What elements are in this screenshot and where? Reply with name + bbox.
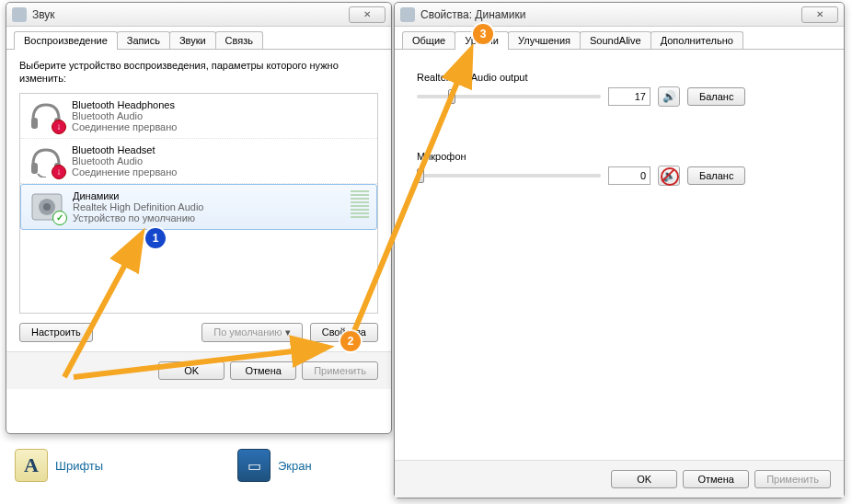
ok-button[interactable]: OK [611, 470, 677, 488]
sound-pane: Выберите устройство воспроизведения, пар… [6, 50, 391, 351]
desktop-item-screen[interactable]: Экран [237, 449, 312, 482]
properties-title: Свойства: Динамики [420, 8, 801, 21]
device-desc: Bluetooth Audio [72, 110, 370, 121]
device-status: Соединение прервано [72, 121, 370, 132]
device-item[interactable]: Bluetooth Headphones Bluetooth Audio Сое… [20, 94, 377, 139]
properties-window: Свойства: Динамики Общие Уровни Улучшени… [394, 2, 845, 498]
volume-value: 17 [608, 87, 651, 106]
headset-icon [28, 144, 64, 178]
levels-pane: Realtek HD Audio output 17 Баланс Микроф… [395, 50, 844, 252]
tab-general[interactable]: Общие [402, 31, 455, 49]
tab-advanced[interactable]: Дополнительно [651, 31, 743, 49]
tab-enhancements[interactable]: Улучшения [508, 31, 581, 49]
tab-communications[interactable]: Связь [215, 31, 263, 49]
sound-tabs: Воспроизведение Запись Звуки Связь [6, 27, 391, 50]
device-item-selected[interactable]: Динамики Realtek High Definition Audio У… [20, 184, 377, 230]
svg-point-6 [43, 203, 51, 211]
close-icon[interactable] [349, 6, 386, 23]
level-group-output: Realtek HD Audio output 17 Баланс [417, 72, 822, 107]
close-icon[interactable] [801, 6, 838, 23]
status-error-icon [52, 120, 66, 134]
slider-thumb[interactable] [417, 168, 424, 183]
device-name: Bluetooth Headphones [72, 99, 370, 110]
status-error-icon [52, 165, 66, 179]
properties-title-icon [400, 7, 415, 22]
tab-playback[interactable]: Воспроизведение [14, 31, 118, 49]
ok-button[interactable]: OK [158, 361, 225, 380]
properties-titlebar[interactable]: Свойства: Динамики [395, 3, 844, 27]
tab-sounds[interactable]: Звуки [169, 31, 216, 49]
device-name: Динамики [73, 190, 351, 201]
device-desc: Realtek High Definition Audio [73, 201, 351, 212]
sound-dialog-buttons: OK Отмена Применить [6, 351, 391, 389]
mute-button-muted[interactable] [658, 166, 680, 186]
configure-button[interactable]: Настроить [19, 323, 93, 342]
sound-titlebar[interactable]: Звук [6, 3, 391, 27]
level-meter [351, 190, 369, 218]
properties-dialog-buttons: OK Отмена Применить [395, 460, 844, 498]
volume-slider[interactable] [417, 95, 601, 98]
device-status: Соединение прервано [72, 166, 370, 178]
device-name: Bluetooth Headset [72, 144, 370, 155]
screen-icon [237, 449, 271, 482]
volume-value: 0 [608, 166, 651, 185]
sound-window: Звук Воспроизведение Запись Звуки Связь … [6, 2, 392, 434]
svg-rect-0 [31, 118, 38, 129]
cancel-button[interactable]: Отмена [230, 361, 296, 380]
apply-button[interactable]: Применить [754, 470, 831, 488]
fonts-icon [15, 449, 48, 482]
headphones-icon [28, 99, 64, 132]
status-ok-icon [52, 211, 67, 225]
balance-button[interactable]: Баланс [687, 87, 745, 106]
desktop-label-screen: Экран [278, 459, 312, 473]
apply-button[interactable]: Применить [302, 361, 378, 380]
annotation-marker-2: 2 [340, 331, 361, 351]
set-default-button[interactable]: По умолчанию [201, 323, 302, 342]
level-label: Realtek HD Audio output [417, 72, 822, 83]
balance-button[interactable]: Баланс [687, 166, 745, 185]
properties-tabs: Общие Уровни Улучшения SoundAlive Дополн… [395, 27, 844, 50]
level-group-microphone: Микрофон 0 Баланс [417, 151, 822, 186]
device-list[interactable]: Bluetooth Headphones Bluetooth Audio Сое… [19, 93, 378, 314]
sound-title: Звук [32, 8, 349, 21]
svg-rect-2 [31, 163, 38, 174]
level-label: Микрофон [417, 151, 822, 162]
volume-slider[interactable] [417, 174, 601, 178]
annotation-marker-3: 3 [473, 24, 493, 44]
speakers-icon [29, 190, 65, 223]
device-status: Устройство по умолчанию [73, 212, 351, 223]
mute-button[interactable] [658, 86, 680, 107]
device-item[interactable]: Bluetooth Headset Bluetooth Audio Соедин… [20, 139, 377, 184]
slider-thumb[interactable] [448, 89, 455, 104]
device-desc: Bluetooth Audio [72, 155, 370, 166]
desktop-item-fonts[interactable]: Шрифты [15, 449, 103, 482]
annotation-marker-1: 1 [145, 228, 166, 248]
tab-soundalive[interactable]: SoundAlive [580, 31, 651, 49]
desktop-label-fonts: Шрифты [55, 459, 103, 473]
tab-recording[interactable]: Запись [117, 31, 170, 49]
sound-title-icon [12, 7, 27, 22]
cancel-button[interactable]: Отмена [683, 470, 749, 488]
sound-instructions: Выберите устройство воспроизведения, пар… [19, 59, 378, 86]
